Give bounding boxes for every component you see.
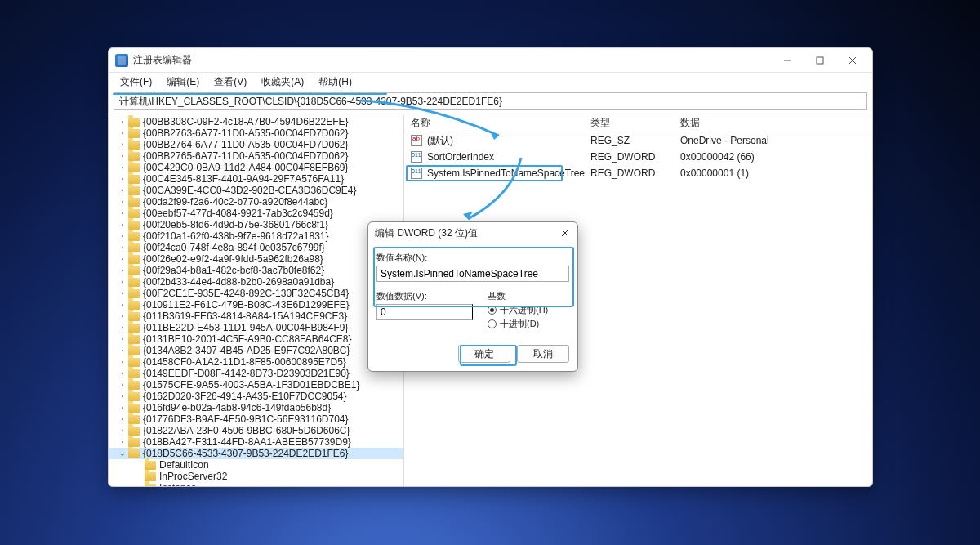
folder-icon: [128, 335, 140, 344]
cancel-button[interactable]: 取消: [517, 345, 569, 363]
tree-item[interactable]: ›{0134A8B2-3407-4B45-AD25-E9F7C92A80BC}: [109, 345, 403, 356]
tree-item[interactable]: ›{01575CFE-9A55-4003-A5BA-1F3D01EBDCBE1}: [109, 379, 403, 391]
folder-icon: [128, 278, 140, 287]
edit-dword-dialog: 编辑 DWORD (32 位)值 数值名称(N): 数值数据(V): 基数 十六…: [368, 221, 578, 372]
folder-icon: [145, 484, 156, 487]
address-bar[interactable]: 计算机\HKEY_CLASSES_ROOT\CLSID\{018D5C66-45…: [114, 92, 867, 110]
tree-item[interactable]: ›{01458CF0-A1A2-11D1-8F85-00600895E7D5}: [109, 356, 403, 368]
tree-subitem[interactable]: Instance: [109, 482, 403, 486]
maximize-button[interactable]: [804, 49, 836, 72]
folder-icon: [128, 438, 140, 447]
radio-hex[interactable]: 十六进制(H): [488, 304, 569, 316]
tree-item[interactable]: ›{0131BE10-2001-4C5F-A9B0-CC88FAB64CE8}: [109, 333, 403, 345]
minimize-button[interactable]: [771, 49, 804, 72]
folder-icon: [128, 186, 140, 195]
col-type[interactable]: 类型: [584, 116, 674, 130]
svg-rect-1: [817, 57, 823, 64]
tree-item[interactable]: ›{011B3619-FE63-4814-8A84-15A194CE9CE3}: [109, 310, 403, 322]
window-title: 注册表编辑器: [133, 53, 192, 67]
tree-item[interactable]: ›{00f26e02-e9f2-4a9f-9fdd-5a962fb26a98}: [109, 253, 403, 265]
tree-item[interactable]: ›{0149EEDF-D08F-4142-8D73-D23903D21E90}: [109, 368, 403, 379]
tree-subitem[interactable]: InProcServer32: [109, 471, 403, 482]
value-row[interactable]: SortOrderIndexREG_DWORD0x00000042 (66): [404, 149, 872, 165]
tree-item-selected[interactable]: ⌄{018D5C66-4533-4307-9B53-224DE2ED1FE6}: [109, 448, 403, 459]
folder-icon: [128, 369, 140, 378]
folder-icon: [128, 198, 140, 207]
tree-item[interactable]: ›{00BB2765-6A77-11D0-A535-00C04FD7D062}: [109, 150, 403, 162]
folder-icon: [128, 301, 140, 310]
tree-item[interactable]: ›{01776DF3-B9AF-4E50-9B1C-56E93116D704}: [109, 413, 403, 425]
folder-icon: [128, 209, 140, 218]
tree-item[interactable]: ›{016fd94e-b02a-4ab8-94c6-149fdab56b8d}: [109, 402, 403, 413]
tree-item[interactable]: ›{00eebf57-477d-4084-9921-7ab3c2c9459d}: [109, 208, 403, 219]
tree-item[interactable]: ›{00BB308C-09F2-4c18-A7B0-4594D6B22EFE}: [109, 116, 403, 127]
close-button[interactable]: [836, 49, 869, 72]
folder-icon: [128, 163, 140, 172]
annotation-address-underline: [113, 93, 387, 95]
folder-icon: [128, 243, 140, 252]
tree-item[interactable]: ›{011BE22D-E453-11D1-945A-00C04FB984F9}: [109, 322, 403, 333]
tree-item[interactable]: ›{00f20eb5-8fd6-4d9d-b75e-36801766c8f1}: [109, 219, 403, 230]
folder-icon: [128, 141, 140, 150]
radio-dec[interactable]: 十进制(D): [488, 318, 569, 330]
regedit-icon: [115, 54, 128, 67]
tree-item[interactable]: ›{00F2CE1E-935E-4248-892C-130F32C45CB4}: [109, 288, 403, 299]
tree-item[interactable]: ›{00C4E345-813F-4401-9A94-29F7A576FA11}: [109, 173, 403, 185]
folder-icon: [128, 129, 140, 138]
tree-item[interactable]: ›{01822ABA-23F0-4506-9BBC-680F5D6D606C}: [109, 425, 403, 436]
dialog-titlebar: 编辑 DWORD (32 位)值: [368, 222, 577, 243]
menu-file[interactable]: 文件(F): [114, 74, 158, 91]
dialog-title: 编辑 DWORD (32 位)值: [375, 226, 478, 240]
dialog-close-button[interactable]: [559, 227, 571, 239]
tree-pane[interactable]: ›{00BB308C-09F2-4c18-A7B0-4594D6B22EFE}›…: [109, 114, 404, 486]
tree-item[interactable]: ›{018BA427-F311-44FD-8AA1-ABEEB57739D9}: [109, 436, 403, 448]
folder-icon: [128, 232, 140, 241]
folder-icon: [128, 289, 140, 298]
tree-item[interactable]: ›{00BB2764-6A77-11D0-A535-00C04FD7D062}: [109, 139, 403, 150]
tree-item[interactable]: ›{00f2b433-44e4-4d88-b2b0-2698a0a91dba}: [109, 276, 403, 288]
tree-item[interactable]: ›{00f210a1-62f0-438b-9f7e-9618d72a1831}: [109, 230, 403, 242]
value-type-icon: [411, 151, 422, 163]
value-data-input[interactable]: [376, 304, 473, 320]
tree-subitem[interactable]: DefaultIcon: [109, 459, 403, 471]
value-row[interactable]: System.IsPinnedToNameSpaceTreeREG_DWORD0…: [404, 165, 872, 181]
value-data-label: 数值数据(V):: [376, 290, 473, 302]
value-name-label: 数值名称(N):: [376, 252, 569, 264]
tree-item[interactable]: ›{010911E2-F61C-479B-B08C-43E6D1299EFE}: [109, 299, 403, 310]
value-row[interactable]: (默认)REG_SZOneDrive - Personal: [404, 132, 872, 149]
tree-item[interactable]: ›{00CA399E-4CC0-43D2-902B-CEA3D36DC9E4}: [109, 185, 403, 196]
folder-icon: [128, 449, 140, 458]
value-name-input: [376, 266, 569, 282]
tree-item[interactable]: ›{00f24ca0-748f-4e8a-894f-0e0357c6799f}: [109, 242, 403, 253]
tree-item[interactable]: ›{00C429C0-0BA9-11d2-A484-00C04F8EFB69}: [109, 162, 403, 173]
values-header: 名称 类型 数据: [404, 114, 872, 132]
folder-icon: [145, 472, 156, 481]
folder-icon: [128, 312, 140, 321]
radio-dec-icon: [488, 319, 497, 328]
tree-item[interactable]: ›{00da2f99-f2a6-40c2-b770-a920f8e44abc}: [109, 196, 403, 208]
menu-favorites[interactable]: 收藏夹(A): [255, 74, 310, 91]
ok-button[interactable]: 确定: [458, 345, 510, 363]
folder-icon: [128, 118, 140, 127]
folder-icon: [128, 415, 140, 424]
folder-icon: [128, 324, 140, 333]
col-data[interactable]: 数据: [674, 116, 872, 130]
folder-icon: [128, 266, 140, 275]
base-label: 基数: [488, 290, 569, 302]
tree-item[interactable]: ›{00f29a34-b8a1-482c-bcf8-3ac7b0fe8f62}: [109, 265, 403, 276]
menu-edit[interactable]: 编辑(E): [160, 74, 206, 91]
folder-icon: [128, 152, 140, 161]
radio-hex-icon: [488, 306, 497, 315]
menubar: 文件(F) 编辑(E) 查看(V) 收藏夹(A) 帮助(H): [109, 73, 872, 91]
value-type-icon: [411, 168, 422, 179]
tree-item[interactable]: ›{0162D020-3F26-4914-A435-E10F7DCC9054}: [109, 391, 403, 402]
col-name[interactable]: 名称: [404, 116, 584, 130]
folder-icon: [145, 461, 156, 470]
radio-dec-label: 十进制(D): [500, 318, 539, 330]
menu-help[interactable]: 帮助(H): [312, 74, 359, 91]
titlebar: 注册表编辑器: [109, 48, 872, 73]
folder-icon: [128, 404, 140, 413]
menu-view[interactable]: 查看(V): [207, 74, 253, 91]
folder-icon: [128, 358, 140, 367]
tree-item[interactable]: ›{00BB2763-6A77-11D0-A535-00C04FD7D062}: [109, 127, 403, 139]
